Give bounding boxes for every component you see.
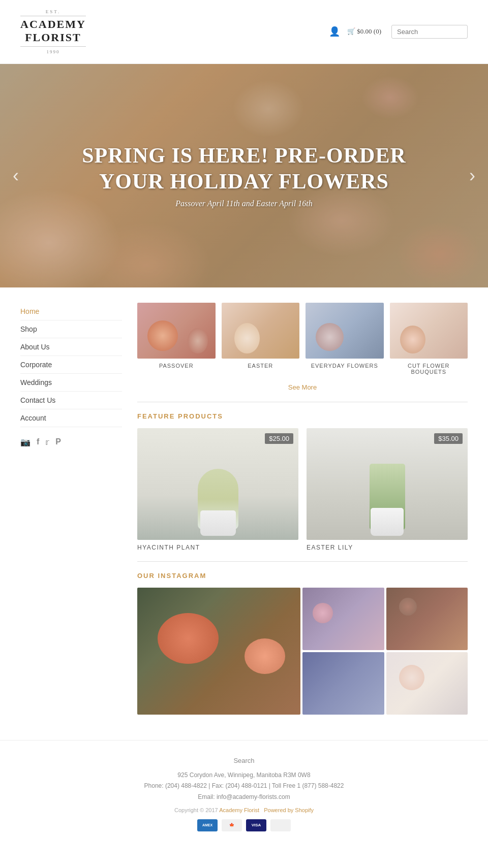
section-divider-2 <box>137 561 468 562</box>
site-header: EST. ACADEMY FLORIST 1990 👤 🛒 $0.00 (0) <box>0 0 488 64</box>
payment-other <box>270 819 291 831</box>
category-easter[interactable]: EASTER <box>222 303 300 375</box>
footer-search-link[interactable]: Search <box>233 757 254 764</box>
instagram-item-3[interactable] <box>302 652 384 715</box>
sidebar: Home Shop About Us Corporate Weddings Co… <box>20 303 122 725</box>
facebook-icon[interactable]: f <box>37 437 39 447</box>
twitter-icon[interactable]: 𝕣 <box>45 437 49 447</box>
pinterest-icon[interactable]: P <box>55 437 61 447</box>
sidebar-link-shop[interactable]: Shop <box>20 325 37 333</box>
category-passover-thumb <box>137 303 216 359</box>
brand-link[interactable]: Academy Florist <box>219 807 259 813</box>
footer-email-line: Email: info@academy-florists.com <box>20 792 468 803</box>
category-cut-flowers[interactable]: CUT FLOWER BOUQUETS <box>390 303 468 375</box>
instagram-icon[interactable]: 📷 <box>20 437 30 447</box>
user-icon[interactable]: 👤 <box>329 26 340 37</box>
category-cut-label: CUT FLOWER BOUQUETS <box>390 363 468 375</box>
hero-banner: ‹ SPRING IS HERE! PRE-ORDER YOUR HOLIDAY… <box>0 64 488 287</box>
featured-title: FEATURE PRODUCTS <box>137 412 468 420</box>
product-lily-name: EASTER LILY <box>307 544 468 551</box>
hero-subtitle: Passover April 11th and Easter April 16t… <box>66 199 422 208</box>
sidebar-item-shop[interactable]: Shop <box>20 320 122 338</box>
payment-visa: VISA <box>246 819 266 831</box>
sidebar-item-home[interactable]: Home <box>20 303 122 320</box>
instagram-anemone-thumb <box>386 652 468 715</box>
see-more-link[interactable]: See More <box>137 382 468 392</box>
sidebar-item-contact[interactable]: Contact Us <box>20 392 122 409</box>
sidebar-link-home[interactable]: Home <box>20 307 39 315</box>
header-icons: 👤 🛒 $0.00 (0) <box>329 26 381 37</box>
instagram-pink-thumb <box>302 588 384 650</box>
product-hyacinth-name: HYACINTH PLANT <box>137 544 298 551</box>
sidebar-item-weddings[interactable]: Weddings <box>20 374 122 392</box>
footer-address-line: 925 Corydon Ave, Winnipeg, Manitoba R3M … <box>20 770 468 781</box>
footer-copyright: Copyright © 2017 Academy Florist Powered… <box>20 807 468 813</box>
section-divider-1 <box>137 402 468 402</box>
instagram-item-4[interactable] <box>386 652 468 715</box>
product-lily[interactable]: $35.00 EASTER LILY <box>307 428 468 551</box>
see-more-anchor[interactable]: See More <box>288 383 317 391</box>
site-footer: Search 925 Corydon Ave, Winnipeg, Manito… <box>0 740 488 842</box>
instagram-large-thumb <box>137 588 300 715</box>
instagram-brown-thumb <box>386 588 468 650</box>
logo-year: 1990 <box>46 49 59 54</box>
payment-amex: AMEX <box>197 819 218 831</box>
hero-next-button[interactable]: › <box>464 160 480 191</box>
category-everyday-thumb <box>306 303 384 359</box>
instagram-item-large[interactable] <box>137 588 300 715</box>
payment-canada: 🍁 <box>222 819 242 831</box>
product-lily-thumb: $35.00 <box>307 428 468 540</box>
sidebar-item-account[interactable]: Account <box>20 409 122 427</box>
main-content: Home Shop About Us Corporate Weddings Co… <box>0 287 488 740</box>
shopify-link[interactable]: Powered by Shopify <box>264 807 314 813</box>
footer-phone-line: Phone: (204) 488-4822 | Fax: (204) 488-0… <box>20 781 468 792</box>
instagram-purple-thumb <box>302 652 384 715</box>
payment-icons: AMEX 🍁 VISA <box>20 819 468 831</box>
sidebar-item-corporate[interactable]: Corporate <box>20 356 122 374</box>
category-passover[interactable]: PASSOVER <box>137 303 216 375</box>
pot-lily <box>371 508 404 536</box>
sidebar-item-about[interactable]: About Us <box>20 338 122 356</box>
sidebar-nav: Home Shop About Us Corporate Weddings Co… <box>20 303 122 427</box>
category-passover-label: PASSOVER <box>137 363 216 369</box>
instagram-title: OUR INSTAGRAM <box>137 572 468 580</box>
category-everyday-label: EVERYDAY FLOWERS <box>306 363 384 369</box>
pot-hyacinth <box>200 510 236 536</box>
footer-address: 925 Corydon Ave, Winnipeg, Manitoba R3M … <box>20 770 468 803</box>
sidebar-link-corporate[interactable]: Corporate <box>20 361 52 369</box>
hero-text: SPRING IS HERE! PRE-ORDER YOUR HOLIDAY F… <box>66 143 422 208</box>
instagram-item-2[interactable] <box>386 588 468 650</box>
product-hyacinth[interactable]: $25.00 HYACINTH PLANT <box>137 428 298 551</box>
content-area: PASSOVER EASTER EVERYDAY FLOWERS CUT FLO… <box>137 303 468 725</box>
header-right: 👤 🛒 $0.00 (0) <box>329 25 468 39</box>
sidebar-link-about[interactable]: About Us <box>20 343 50 351</box>
footer-links: Search <box>20 756 468 765</box>
product-hyacinth-thumb: $25.00 <box>137 428 298 540</box>
sidebar-link-account[interactable]: Account <box>20 414 46 422</box>
category-easter-label: EASTER <box>222 363 300 369</box>
cart-button[interactable]: 🛒 $0.00 (0) <box>347 27 381 36</box>
instagram-item-1[interactable] <box>302 588 384 650</box>
hero-title: SPRING IS HERE! PRE-ORDER YOUR HOLIDAY F… <box>66 143 422 194</box>
category-grid: PASSOVER EASTER EVERYDAY FLOWERS CUT FLO… <box>137 303 468 375</box>
category-easter-thumb <box>222 303 300 359</box>
copyright-text: Copyright © 2017 <box>174 807 218 813</box>
logo-name-line1: ACADEMY <box>20 18 86 31</box>
logo[interactable]: EST. ACADEMY FLORIST 1990 <box>20 9 86 54</box>
category-everyday[interactable]: EVERYDAY FLOWERS <box>306 303 384 375</box>
instagram-grid <box>137 588 468 715</box>
products-grid: $25.00 HYACINTH PLANT $35.00 EASTER LILY <box>137 428 468 551</box>
sidebar-link-weddings[interactable]: Weddings <box>20 378 52 387</box>
logo-est: EST. <box>46 9 61 14</box>
product-lily-price: $35.00 <box>434 433 463 444</box>
category-cut-thumb <box>390 303 468 359</box>
search-input[interactable] <box>391 25 468 39</box>
logo-name-line2: FLORIST <box>25 31 81 44</box>
sidebar-link-contact[interactable]: Contact Us <box>20 396 55 404</box>
sidebar-social: 📷 f 𝕣 P <box>20 437 122 447</box>
hero-prev-button[interactable]: ‹ <box>8 160 24 191</box>
product-hyacinth-price: $25.00 <box>265 433 293 444</box>
